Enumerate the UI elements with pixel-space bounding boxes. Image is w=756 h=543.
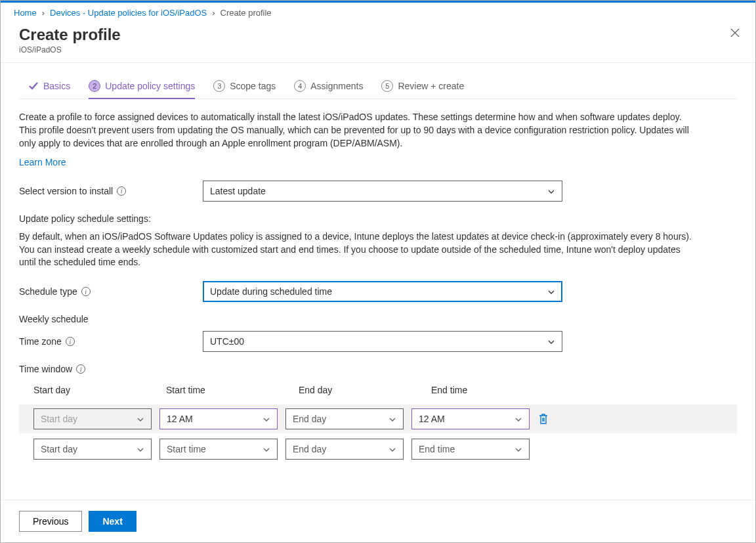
- timezone-value: UTC±00: [210, 336, 244, 347]
- tab-update-policy-label: Update policy settings: [105, 81, 195, 91]
- chevron-down-icon: [547, 288, 555, 295]
- learn-more-link[interactable]: Learn More: [19, 157, 66, 167]
- chevron-right-icon: ›: [212, 8, 215, 18]
- page-title: Create profile: [19, 26, 121, 44]
- step-badge-2: 2: [89, 80, 100, 92]
- tab-assignments[interactable]: 4 Assignments: [294, 80, 363, 98]
- description-text: Create a profile to force assigned devic…: [19, 111, 695, 150]
- end-day-value: End day: [293, 414, 326, 424]
- chevron-right-icon: ›: [42, 8, 45, 18]
- tab-scope-tags[interactable]: 3 Scope tags: [213, 80, 276, 98]
- step-badge-3: 3: [213, 80, 225, 92]
- end-day-dropdown[interactable]: End day: [285, 439, 404, 460]
- select-version-value: Latest update: [210, 186, 266, 196]
- previous-button[interactable]: Previous: [19, 511, 82, 532]
- end-day-value: End day: [293, 444, 326, 454]
- schedule-type-dropdown[interactable]: Update during scheduled time: [203, 281, 562, 302]
- info-icon[interactable]: i: [66, 337, 75, 346]
- tab-review-create[interactable]: 5 Review + create: [381, 80, 464, 98]
- start-day-value: Start day: [41, 414, 77, 424]
- col-start-time: Start time: [166, 385, 291, 395]
- wizard-tabs: Basics 2 Update policy settings 3 Scope …: [19, 63, 737, 99]
- chevron-down-icon: [262, 445, 270, 453]
- tab-basics[interactable]: Basics: [28, 81, 70, 98]
- end-time-dropdown[interactable]: 12 AM: [411, 408, 530, 429]
- schedule-settings-heading: Update policy schedule settings:: [19, 213, 737, 224]
- page-subtitle: iOS/iPadOS: [19, 45, 121, 54]
- timezone-dropdown[interactable]: UTC±00: [203, 331, 562, 352]
- next-button[interactable]: Next: [89, 511, 136, 532]
- breadcrumb-current: Create profile: [220, 8, 272, 18]
- time-window-table: Start day Start time End day End time St…: [19, 385, 737, 462]
- chevron-down-icon: [136, 445, 144, 453]
- chevron-down-icon: [514, 445, 522, 453]
- col-end-day: End day: [299, 385, 423, 395]
- tab-basics-label: Basics: [43, 81, 70, 91]
- select-version-dropdown[interactable]: Latest update: [203, 181, 562, 202]
- info-icon[interactable]: i: [81, 287, 91, 296]
- weekly-schedule-heading: Weekly schedule: [19, 314, 737, 324]
- tab-update-policy-settings[interactable]: 2 Update policy settings: [89, 80, 195, 98]
- tab-assignments-label: Assignments: [310, 81, 363, 91]
- end-time-value: End time: [419, 444, 455, 454]
- chevron-down-icon: [388, 445, 396, 453]
- schedule-type-value: Update during scheduled time: [210, 286, 332, 297]
- col-start-day: Start day: [33, 385, 158, 395]
- chevron-down-icon: [262, 415, 270, 423]
- end-time-dropdown[interactable]: End time: [411, 439, 530, 460]
- chevron-down-icon: [547, 337, 555, 345]
- schedule-settings-description: By default, when an iOS/iPadOS Software …: [19, 230, 695, 270]
- close-icon[interactable]: [728, 26, 742, 42]
- chevron-down-icon: [547, 187, 555, 195]
- breadcrumb-home[interactable]: Home: [14, 8, 37, 18]
- step-badge-5: 5: [381, 80, 393, 92]
- breadcrumb-devices[interactable]: Devices - Update policies for iOS/iPadOS: [50, 8, 207, 18]
- time-window-row: Start day 12 AM End day 12 AM: [19, 404, 737, 433]
- start-time-dropdown[interactable]: Start time: [159, 439, 278, 460]
- chevron-down-icon: [388, 415, 396, 423]
- step-badge-4: 4: [294, 80, 306, 92]
- select-version-label: Select version to install: [19, 186, 113, 196]
- end-time-value: 12 AM: [419, 414, 445, 424]
- info-icon[interactable]: i: [76, 364, 85, 374]
- schedule-type-label: Schedule type: [19, 286, 77, 297]
- delete-row-icon[interactable]: [537, 413, 549, 425]
- start-day-dropdown[interactable]: Start day: [33, 408, 152, 429]
- start-time-value: 12 AM: [167, 414, 193, 424]
- timezone-label: Time zone: [19, 336, 62, 347]
- breadcrumb: Home › Devices - Update policies for iOS…: [1, 3, 755, 22]
- start-day-dropdown[interactable]: Start day: [33, 439, 152, 460]
- time-window-row: Start day Start time End day End time: [33, 436, 723, 462]
- end-day-dropdown[interactable]: End day: [285, 408, 404, 429]
- chevron-down-icon: [514, 415, 522, 423]
- col-end-time: End time: [431, 385, 556, 395]
- checkmark-icon: [28, 81, 39, 91]
- start-day-value: Start day: [41, 444, 77, 454]
- tab-review-label: Review + create: [398, 81, 464, 91]
- chevron-down-icon: [136, 415, 144, 423]
- tab-scope-tags-label: Scope tags: [230, 81, 276, 91]
- start-time-value: Start time: [167, 444, 206, 454]
- start-time-dropdown[interactable]: 12 AM: [159, 408, 278, 429]
- timewindow-label: Time window: [19, 364, 72, 374]
- info-icon[interactable]: i: [117, 186, 126, 196]
